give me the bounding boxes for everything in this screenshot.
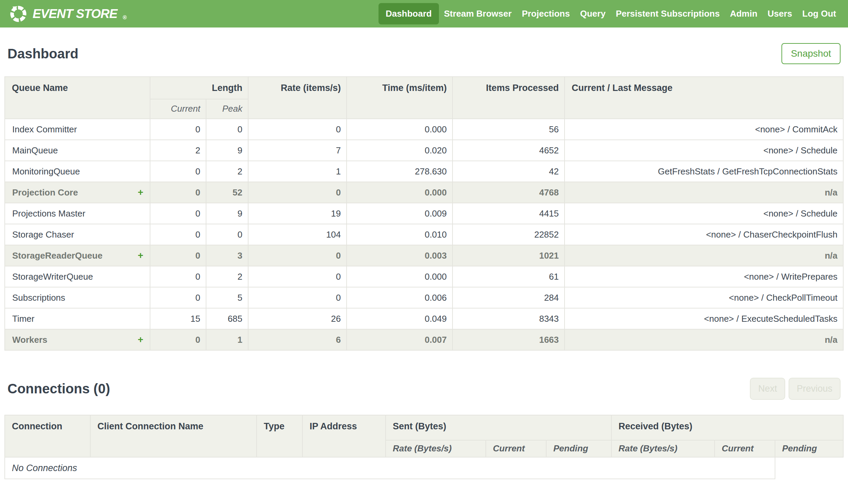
col-header-sent-bytes: Sent (Bytes): [386, 415, 611, 440]
registered-mark: ®: [123, 15, 127, 21]
queue-rate: 19: [248, 203, 347, 224]
connections-title: Connections (0): [7, 381, 110, 396]
queue-name: StorageReaderQueue: [12, 251, 103, 261]
queue-rate: 7: [248, 140, 347, 161]
queue-time: 0.000: [347, 119, 452, 140]
nav-item[interactable]: Projections: [517, 3, 575, 24]
pagination: Next Previous: [750, 378, 841, 400]
queue-time: 0.000: [347, 266, 452, 287]
queue-name: MainQueue: [12, 145, 58, 156]
queue-row: Subscriptions 0 5 0 0.006 284 <none> / C…: [5, 287, 843, 308]
main-content: Dashboard Snapshot Queue Name Length Rat…: [0, 43, 848, 479]
queue-time: 0.003: [347, 245, 452, 266]
queue-length-peak: 685: [206, 308, 248, 329]
col-header-queue-name: Queue Name: [5, 77, 150, 119]
queue-length-peak: 0: [206, 119, 248, 140]
col-header-received-current: Current: [715, 440, 775, 457]
connections-table: Connection Client Connection Name Type I…: [4, 415, 844, 479]
queue-length-current: 0: [150, 182, 206, 203]
queue-time: 0.049: [347, 308, 452, 329]
queue-length-peak: 0: [206, 224, 248, 245]
queue-length-peak: 52: [206, 182, 248, 203]
queue-rate: 1: [248, 161, 347, 182]
snapshot-button[interactable]: Snapshot: [781, 43, 841, 64]
col-header-type: Type: [257, 415, 303, 457]
queue-length-peak: 1: [206, 329, 248, 350]
queues-table-body: Index Committer 0 0 0 0.000 56 <none> / …: [5, 119, 843, 350]
queue-length-current: 0: [150, 119, 206, 140]
queue-length-current: 0: [150, 224, 206, 245]
next-button[interactable]: Next: [750, 378, 785, 400]
queue-length-current: 0: [150, 266, 206, 287]
queue-time: 0.000: [347, 182, 452, 203]
nav-item[interactable]: Query: [575, 3, 611, 24]
queue-length-current: 0: [150, 161, 206, 182]
queue-row: Storage Chaser 0 0 104 0.010 22852 <none…: [5, 224, 843, 245]
queue-rate: 104: [248, 224, 347, 245]
queue-length-peak: 2: [206, 161, 248, 182]
nav-item[interactable]: Admin: [725, 3, 762, 24]
event-store-logo-icon: [9, 4, 28, 23]
queue-name: Timer: [12, 313, 34, 324]
col-header-received-rate: Rate (Bytes/s): [611, 440, 715, 457]
queue-length-current: 0: [150, 203, 206, 224]
expand-plus-icon[interactable]: +: [138, 187, 143, 198]
queue-name: Storage Chaser: [12, 230, 74, 240]
queue-row: Projections Master 0 9 19 0.009 4415 <no…: [5, 203, 843, 224]
connections-table-body: No Connections: [5, 457, 843, 479]
queue-time: 0.006: [347, 287, 452, 308]
queues-table: Queue Name Length Rate (items/s) Time (m…: [4, 76, 844, 350]
queue-row: Workers + 0 1 6 0.007 1663 n/a: [5, 329, 843, 350]
queue-time: 0.010: [347, 224, 452, 245]
no-connections-row: No Connections: [5, 457, 843, 479]
queue-row: StorageReaderQueue + 0 3 0 0.003 1021 n/…: [5, 245, 843, 266]
col-header-connection: Connection: [5, 415, 90, 457]
expand-plus-icon[interactable]: +: [138, 250, 143, 261]
no-connections-message: No Connections: [5, 457, 775, 479]
queue-row: MainQueue 2 9 7 0.020 4652 <none> / Sche…: [5, 140, 843, 161]
queue-time: 0.007: [347, 329, 452, 350]
brand-title: EVENT STORE: [33, 7, 117, 21]
col-header-sent-rate: Rate (Bytes/s): [386, 440, 486, 457]
queue-length-peak: 2: [206, 266, 248, 287]
queue-items-processed: 284: [452, 287, 564, 308]
previous-button[interactable]: Previous: [789, 378, 841, 400]
page-title: Dashboard: [7, 46, 78, 61]
queue-message: <none> / Schedule: [564, 203, 843, 224]
queue-length-peak: 3: [206, 245, 248, 266]
col-header-time: Time (ms/item): [347, 77, 452, 119]
queue-message: <none> / WritePrepares: [564, 266, 843, 287]
queue-length-peak: 9: [206, 203, 248, 224]
queue-items-processed: 42: [452, 161, 564, 182]
queue-message: n/a: [564, 329, 843, 350]
col-header-sent-current: Current: [486, 440, 546, 457]
queues-table-header: Queue Name Length Rate (items/s) Time (m…: [5, 77, 843, 119]
nav-item[interactable]: Stream Browser: [439, 3, 517, 24]
queue-message: GetFreshStats / GetFreshTcpConnectionSta…: [564, 161, 843, 182]
queue-items-processed: 61: [452, 266, 564, 287]
queue-length-peak: 5: [206, 287, 248, 308]
nav-item[interactable]: Dashboard: [379, 3, 439, 24]
col-header-items-processed: Items Processed: [452, 77, 564, 119]
top-nav: EVENT STORE ® Dashboard Stream Browser P…: [0, 0, 848, 28]
queue-rate: 0: [248, 245, 347, 266]
expand-plus-icon[interactable]: +: [138, 334, 143, 345]
queue-length-peak: 9: [206, 140, 248, 161]
queue-row: Projection Core + 0 52 0 0.000 4768 n/a: [5, 182, 843, 203]
queue-rate: 0: [248, 119, 347, 140]
nav-item[interactable]: Persistent Subscriptions: [611, 3, 725, 24]
queue-length-current: 0: [150, 245, 206, 266]
queue-length-current: 2: [150, 140, 206, 161]
queue-length-current: 15: [150, 308, 206, 329]
queue-name: Projection Core: [12, 187, 78, 198]
queue-rate: 0: [248, 182, 347, 203]
queue-items-processed: 4415: [452, 203, 564, 224]
queue-name: Projections Master: [12, 209, 85, 219]
queue-message: n/a: [564, 182, 843, 203]
queue-row: MonitoringQueue 0 2 1 278.630 42 GetFres…: [5, 161, 843, 182]
queue-items-processed: 22852: [452, 224, 564, 245]
col-header-received-bytes: Received (Bytes): [611, 415, 843, 440]
queue-rate: 6: [248, 329, 347, 350]
nav-item[interactable]: Users: [762, 3, 797, 24]
nav-item[interactable]: Log Out: [797, 3, 841, 24]
